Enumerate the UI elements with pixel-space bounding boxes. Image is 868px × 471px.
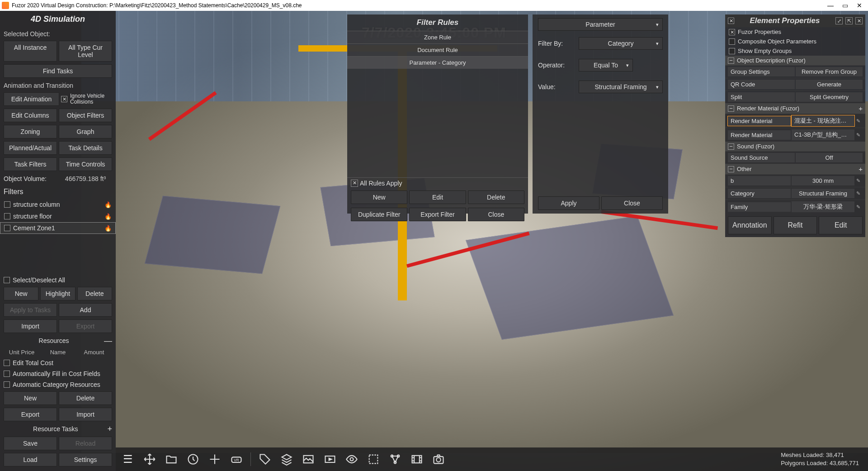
props-edit-button[interactable]: Edit xyxy=(819,216,863,234)
parameter-type-dropdown[interactable]: Parameter xyxy=(538,18,663,31)
time-controls-button[interactable]: Time Controls xyxy=(59,157,112,171)
graph-button[interactable]: Graph xyxy=(59,125,112,138)
select-all-checkbox[interactable] xyxy=(4,277,10,283)
annotation-button[interactable]: Annotation xyxy=(728,216,772,234)
col-amount[interactable]: Amount xyxy=(76,349,112,356)
load-button[interactable]: Load xyxy=(4,453,57,466)
close-small-button[interactable]: ✕ xyxy=(351,180,358,187)
composite-checkbox[interactable] xyxy=(729,38,735,45)
document-rule-tab[interactable]: Document Rule xyxy=(347,43,528,56)
minimize-button[interactable]: — xyxy=(827,2,834,9)
fr-delete-button[interactable]: Delete xyxy=(468,190,524,204)
delete-filter-button[interactable]: Delete xyxy=(77,287,112,300)
edit-columns-button[interactable]: Edit Columns xyxy=(4,109,57,122)
edit-icon[interactable]: ✎ xyxy=(856,132,863,138)
maximize-button[interactable]: ▭ xyxy=(842,2,848,9)
filter-by-dropdown[interactable]: Category xyxy=(579,37,663,50)
collapse-icon[interactable]: − xyxy=(728,105,734,112)
image-icon[interactable] xyxy=(301,452,316,467)
props-close-icon[interactable]: ✕ xyxy=(855,17,863,24)
fr-close-button[interactable]: Close xyxy=(468,208,524,221)
family-value[interactable]: 万华-梁-矩形梁 xyxy=(792,201,854,212)
object-filters-button[interactable]: Object Filters xyxy=(59,109,112,122)
layers-icon[interactable] xyxy=(279,452,294,467)
unpin-icon[interactable]: ⇱ xyxy=(845,17,853,24)
move-icon[interactable] xyxy=(142,452,157,467)
pan-icon[interactable] xyxy=(207,452,222,467)
menu-icon[interactable]: ☰ xyxy=(120,452,136,467)
reload-button[interactable]: Reload xyxy=(59,437,112,450)
auto-fill-checkbox[interactable] xyxy=(4,371,10,377)
add-icon[interactable]: + xyxy=(859,105,863,112)
parameter-category-tab[interactable]: Parameter - Category xyxy=(347,56,528,69)
group-render-material[interactable]: − Render Material (Fuzor) + xyxy=(725,103,865,114)
group-sound[interactable]: − Sound (Fuzor) xyxy=(725,142,865,151)
collapse-icon[interactable]: — xyxy=(104,338,112,343)
col-unit-price[interactable]: Unit Price xyxy=(4,349,40,356)
filter-checkbox[interactable] xyxy=(4,213,10,219)
task-details-button[interactable]: Task Details xyxy=(59,141,112,155)
resource-export-button[interactable]: Export xyxy=(4,408,57,421)
clock-icon[interactable] xyxy=(185,452,201,467)
edit-icon[interactable]: ✎ xyxy=(856,118,863,124)
fuzor-props-checkbox[interactable] xyxy=(729,29,735,35)
folder-icon[interactable] xyxy=(164,452,179,467)
collapse-icon[interactable]: − xyxy=(728,143,734,150)
fr-edit-button[interactable]: Edit xyxy=(409,190,466,204)
remove-from-group-button[interactable]: Remove From Group xyxy=(796,67,863,76)
b-value[interactable]: 300 mm xyxy=(792,176,854,186)
resource-delete-button[interactable]: Delete xyxy=(59,391,112,405)
refit-button[interactable]: Refit xyxy=(774,216,817,234)
save-button[interactable]: Save xyxy=(4,437,57,450)
planned-actual-button[interactable]: Planned/Actual xyxy=(4,141,57,155)
task-filters-button[interactable]: Task Filters xyxy=(4,157,57,171)
zoning-button[interactable]: Zoning xyxy=(4,125,57,138)
render-material-2-value[interactable]: C1-3B户型_结构_钢筋混凝土 xyxy=(792,129,854,140)
zone-rule-tab[interactable]: Zone Rule xyxy=(347,31,528,43)
find-tasks-button[interactable]: Find Tasks xyxy=(4,64,112,78)
visibility-icon[interactable] xyxy=(344,452,359,467)
auto-category-checkbox[interactable] xyxy=(4,381,10,388)
filter-checkbox[interactable] xyxy=(4,225,10,231)
video-icon[interactable] xyxy=(322,452,338,467)
filter-item-cement-zone1[interactable]: Cement Zone1 🔥 xyxy=(0,222,116,234)
camera-icon[interactable] xyxy=(431,452,446,467)
collapse-icon[interactable]: − xyxy=(728,166,734,172)
edit-icon[interactable]: ✎ xyxy=(856,190,863,196)
col-name[interactable]: Name xyxy=(40,349,76,356)
import-button[interactable]: Import xyxy=(4,319,57,333)
resource-import-button[interactable]: Import xyxy=(59,408,112,421)
vr-icon[interactable]: VR xyxy=(229,452,244,467)
tag-icon[interactable] xyxy=(257,452,273,467)
param-apply-button[interactable]: Apply xyxy=(538,196,599,210)
fr-new-button[interactable]: New xyxy=(351,190,407,204)
settings-button[interactable]: Settings xyxy=(59,453,112,466)
fr-export-button[interactable]: Export Filter xyxy=(409,208,466,221)
collapse-icon[interactable]: − xyxy=(728,57,734,64)
resource-new-button[interactable]: New xyxy=(4,391,57,405)
filter-checkbox[interactable] xyxy=(4,201,10,208)
group-object-description[interactable]: − Object Description (Fuzor) xyxy=(725,56,865,65)
fr-duplicate-button[interactable]: Duplicate Filter xyxy=(351,208,407,221)
sound-source-value[interactable]: Off xyxy=(796,153,863,162)
export-button[interactable]: Export xyxy=(59,319,112,333)
operator-dropdown[interactable]: Equal To xyxy=(579,59,633,71)
expand-icon[interactable]: + xyxy=(107,426,112,432)
close-button[interactable]: ✕ xyxy=(856,2,863,9)
film-icon[interactable] xyxy=(409,452,425,467)
filter-item-structure-column[interactable]: structure column 🔥 xyxy=(0,199,116,210)
props-toggle-checkbox[interactable] xyxy=(728,18,734,24)
edit-icon[interactable]: ✎ xyxy=(856,178,863,184)
pin-icon[interactable]: ⤢ xyxy=(835,17,843,24)
highlight-button[interactable]: Highlight xyxy=(40,287,75,300)
edit-total-cost-checkbox[interactable] xyxy=(4,360,10,366)
filter-item-structure-floor[interactable]: structure floor 🔥 xyxy=(0,210,116,222)
selection-icon[interactable] xyxy=(366,452,381,467)
value-dropdown[interactable]: Structural Framing xyxy=(579,81,663,93)
group-other[interactable]: − Other + xyxy=(725,164,865,174)
show-empty-checkbox[interactable] xyxy=(729,48,735,54)
param-close-button[interactable]: Close xyxy=(601,196,663,210)
new-filter-button[interactable]: New xyxy=(4,287,38,300)
all-type-cur-level-button[interactable]: All Type Cur Level xyxy=(59,41,112,62)
edit-animation-button[interactable]: Edit Animation xyxy=(4,92,59,106)
